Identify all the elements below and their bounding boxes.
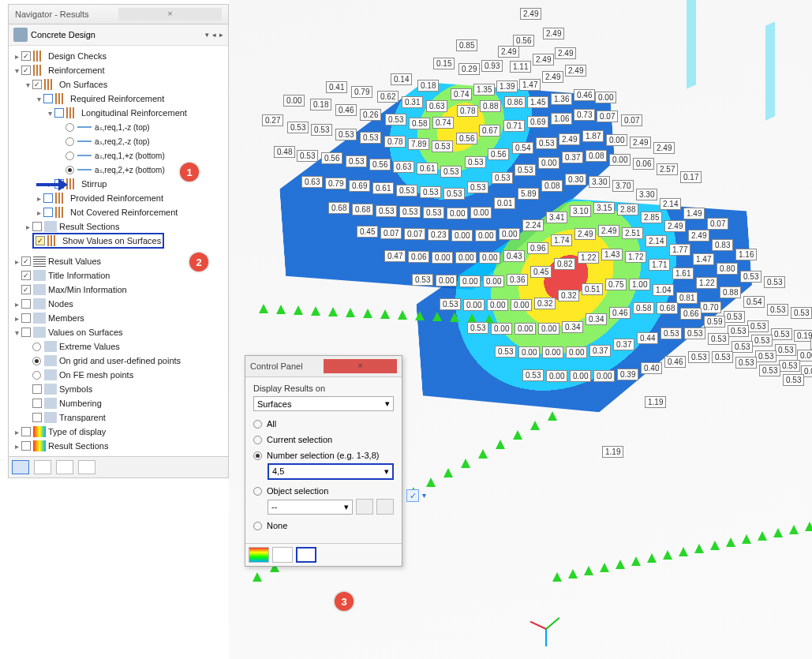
value-label: 7.89: [408, 138, 429, 150]
tree-item-result-sections[interactable]: ▸Result Sections: [12, 219, 226, 234]
grid-icon: [44, 355, 57, 366]
tab-data-icon[interactable]: [12, 460, 29, 474]
reinf-icon: [33, 65, 46, 76]
chevron-left-icon[interactable]: ◂: [212, 31, 216, 39]
pick-icon[interactable]: [356, 499, 373, 515]
value-label: 0.17: [680, 171, 702, 183]
value-label: 0.53: [467, 322, 488, 334]
tree-item-design-checks[interactable]: ▸Design Checks: [12, 49, 226, 63]
tree-item-maxmin[interactable]: ▸Max/Min Information: [12, 283, 226, 297]
value-label: 0.45: [357, 226, 378, 238]
value-label: 0.53: [740, 271, 761, 283]
value-label: 3.30: [636, 189, 657, 200]
tree-item-r1[interactable]: ▸aₛ,req,1,-z (top): [12, 120, 226, 134]
value-label: 0.74: [432, 117, 454, 129]
value-label: 0.80: [717, 263, 738, 275]
value-label: 0.69: [527, 116, 548, 128]
tree-item-on-fe[interactable]: ▸On FE mesh points: [12, 368, 226, 382]
value-label: 0.78: [457, 105, 478, 117]
ext-icon: [44, 341, 57, 352]
tree-item-longitudinal[interactable]: ▾Longitudinal Reinforcement: [12, 106, 226, 120]
value-label: 1.39: [496, 81, 518, 92]
tree-item-show-values[interactable]: ▸Show Values on Surfaces: [12, 234, 226, 248]
close-icon[interactable]: ×: [324, 359, 397, 373]
value-label: 0.00: [491, 323, 512, 335]
tree-item-r3[interactable]: ▸aₛ,req,1,+z (bottom): [12, 148, 226, 163]
value-label: 0.46: [574, 89, 595, 101]
value-label: 0.53: [771, 328, 792, 340]
tree-item-members[interactable]: ▸Members: [12, 311, 226, 325]
value-label: 0.00: [483, 275, 504, 287]
tree-item-r2[interactable]: ▸aₛ,req,2,-z (top): [12, 134, 226, 148]
tree-item-result-sections-2[interactable]: ▸Result Sections: [12, 439, 226, 453]
fe-icon: [44, 369, 57, 380]
radio-current-selection[interactable]: Current selection: [253, 435, 394, 444]
value-label: 0.37: [589, 345, 611, 357]
value-label: 2.49: [574, 228, 596, 240]
tab-factors-icon[interactable]: [272, 547, 293, 563]
tree-item-numbering[interactable]: ▸Numbering: [12, 396, 226, 410]
tree-item-provided[interactable]: ▸Provided Reinforcement: [12, 191, 226, 205]
value-label: 0.56: [369, 159, 391, 170]
value-label: 0.46: [664, 356, 686, 368]
value-label: 0.53: [728, 325, 749, 337]
tab-display-icon[interactable]: [34, 460, 51, 474]
radio-none[interactable]: None: [253, 521, 394, 530]
tab-views-icon[interactable]: [56, 460, 73, 474]
tree-item-extreme[interactable]: ▸Extreme Values: [12, 339, 226, 354]
display-results-select[interactable]: Surfaces▾: [253, 396, 394, 411]
value-label: 0.53: [467, 182, 488, 193]
control-panel-title-bar[interactable]: Control Panel ×: [245, 356, 402, 377]
tree: ▸Design Checks ▾Reinforcement ▾On Surfac…: [9, 46, 228, 456]
value-label: 0.29: [458, 63, 480, 75]
close-icon[interactable]: ×: [118, 8, 222, 21]
sym-icon: [44, 384, 57, 395]
object-selection-input[interactable]: --▾: [268, 500, 353, 515]
navigator-title-bar[interactable]: Navigator - Results ×: [9, 5, 228, 24]
navigator-combo[interactable]: Concrete Design ▾ ◂ ▸: [9, 24, 228, 46]
chevron-right-icon[interactable]: ▸: [219, 31, 223, 39]
value-label: 0.53: [443, 188, 465, 200]
tab-results-icon[interactable]: [78, 460, 95, 474]
tree-item-type-of-display[interactable]: ▸Type of display: [12, 425, 226, 439]
rs2-icon: [33, 440, 46, 451]
tree-item-nodes[interactable]: ▸Nodes: [12, 297, 226, 311]
checks-icon: [33, 51, 46, 62]
value-label: 0.30: [565, 174, 586, 185]
chevron-down-icon: ▾: [385, 399, 390, 409]
value-label: 2.24: [522, 219, 544, 231]
value-label: 3.10: [570, 205, 591, 217]
value-label: 2.14: [660, 198, 681, 210]
nodes-icon: [33, 298, 46, 309]
axes-gizmo[interactable]: [528, 612, 567, 651]
value-label: 3.30: [589, 176, 610, 188]
tab-color-scale-icon[interactable]: [249, 547, 269, 563]
value-label: 0.53: [376, 205, 397, 217]
value-label: 0.53: [708, 333, 729, 345]
radio-all[interactable]: All: [253, 419, 394, 429]
tree-item-values-on-surfaces[interactable]: ▾Values on Surfaces: [12, 325, 226, 339]
value-label: 1.16: [735, 249, 757, 260]
value-label: 0.59: [704, 316, 725, 328]
tree-item-symbols[interactable]: ▸Symbols: [12, 382, 226, 396]
number-selection-input[interactable]: 4,5▾: [268, 463, 394, 480]
tree-item-on-grid[interactable]: ▸On grid and user-defined points: [12, 354, 226, 368]
radio-object-selection[interactable]: Object selection: [253, 486, 394, 496]
apply-chevron-icon[interactable]: ▾: [422, 491, 426, 500]
value-label: 0.00: [470, 207, 492, 219]
pick2-icon[interactable]: [376, 499, 394, 515]
value-label: 0.53: [515, 164, 536, 176]
tree-item-reinforcement[interactable]: ▾Reinforcement: [12, 63, 226, 77]
apply-check-icon[interactable]: ✓: [406, 489, 419, 502]
tree-item-not-covered[interactable]: ▸Not Covered Reinforcement: [12, 205, 226, 219]
value-label: 0.15: [433, 58, 455, 69]
trans-icon: [44, 412, 57, 423]
tab-filter-icon[interactable]: [296, 547, 316, 563]
tree-item-required[interactable]: ▾Required Reinforcement: [12, 92, 226, 106]
value-label: 1.22: [696, 277, 717, 289]
value-label: 2.49: [555, 47, 576, 59]
value-label: 0.61: [372, 182, 394, 194]
tree-item-transparent[interactable]: ▸Transparent: [12, 410, 226, 425]
tree-item-on-surfaces[interactable]: ▾On Surfaces: [12, 77, 226, 92]
radio-number-selection[interactable]: Number selection (e.g. 1-3,8): [253, 451, 394, 460]
